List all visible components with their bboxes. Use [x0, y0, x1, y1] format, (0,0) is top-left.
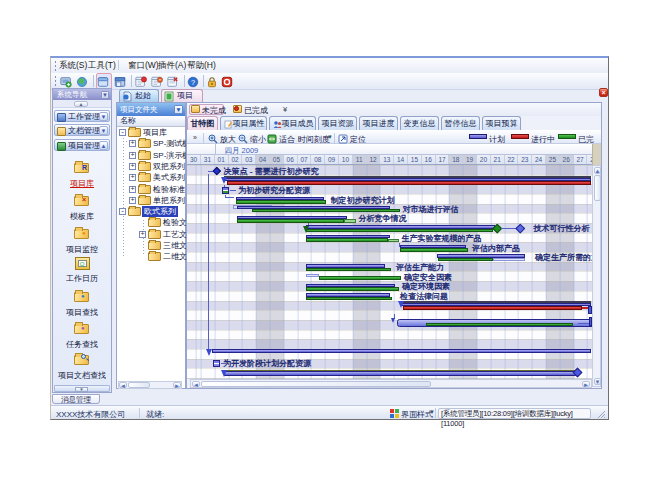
svg-text:?: ? — [191, 77, 195, 86]
